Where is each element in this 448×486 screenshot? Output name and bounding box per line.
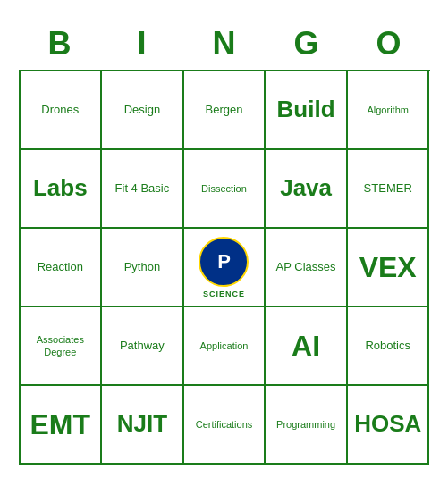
bingo-cell-14: VEX (348, 229, 430, 307)
bingo-cell-11: Python (102, 229, 184, 307)
cell-text: EMT (30, 408, 91, 441)
cell-text: NJIT (117, 410, 167, 438)
bingo-cell-16: Pathway (102, 307, 184, 386)
bingo-cell-2: Bergen (184, 71, 266, 150)
cell-text: Bergen (206, 103, 243, 118)
bingo-header: BINGO (19, 21, 430, 66)
bingo-cell-6: Fit 4 Basic (102, 150, 184, 229)
free-space-logo: P (199, 237, 249, 287)
cell-text: VEX (359, 251, 417, 284)
bingo-cell-12: P SCIENCE (184, 229, 266, 307)
bingo-cell-18: AI (266, 307, 348, 386)
header-letter: I (101, 21, 183, 66)
bingo-cell-21: NJIT (102, 386, 184, 465)
cell-text: Application (200, 339, 249, 352)
bingo-cell-0: Drones (21, 71, 103, 150)
bingo-cell-7: Dissection (184, 150, 266, 229)
cell-text: Certifications (196, 418, 253, 431)
cell-text: Reaction (38, 260, 83, 275)
cell-text: Associates Degree (24, 333, 97, 359)
bingo-cell-22: Certifications (184, 386, 266, 465)
bingo-grid: DronesDesignBergenBuildAlgorithmLabsFit … (19, 70, 430, 465)
cell-text: AP Classes (276, 260, 336, 275)
bingo-cell-10: Reaction (21, 229, 103, 307)
logo-science-text: SCIENCE (203, 289, 245, 298)
cell-text: Labs (33, 174, 88, 202)
cell-text: Drones (41, 103, 79, 118)
cell-text: Algorithm (367, 104, 408, 116)
bingo-cell-13: AP Classes (266, 229, 348, 307)
cell-text: Pathway (120, 339, 165, 354)
cell-text: STEMER (364, 181, 412, 197)
cell-text: Fit 4 Basic (115, 181, 170, 197)
bingo-cell-17: Application (184, 307, 266, 386)
cell-text: AI (292, 330, 320, 363)
bingo-cell-8: Java (266, 150, 348, 229)
bingo-card: BINGO DronesDesignBergenBuildAlgorithmLa… (10, 13, 439, 473)
header-letter: N (183, 21, 266, 66)
bingo-cell-5: Labs (21, 150, 103, 229)
header-letter: O (348, 21, 430, 66)
cell-text: Python (124, 260, 160, 275)
bingo-cell-20: EMT (21, 386, 103, 465)
header-letter: B (19, 21, 101, 66)
bingo-cell-1: Design (102, 71, 184, 150)
cell-text: Build (277, 96, 335, 123)
cell-text: Java (280, 174, 332, 202)
cell-text: Dissection (201, 182, 247, 195)
bingo-cell-4: Algorithm (348, 71, 430, 150)
logo-letter: P (217, 252, 231, 272)
bingo-cell-24: HOSA (348, 386, 430, 465)
bingo-cell-19: Robotics (348, 307, 430, 386)
cell-text: HOSA (354, 410, 421, 438)
bingo-cell-9: STEMER (348, 150, 430, 229)
bingo-cell-23: Programming (266, 386, 348, 465)
bingo-cell-15: Associates Degree (21, 307, 103, 386)
cell-text: Design (124, 103, 160, 118)
bingo-cell-3: Build (266, 71, 348, 150)
cell-text: Programming (276, 418, 335, 431)
cell-text: Robotics (365, 339, 410, 354)
header-letter: G (266, 21, 348, 66)
